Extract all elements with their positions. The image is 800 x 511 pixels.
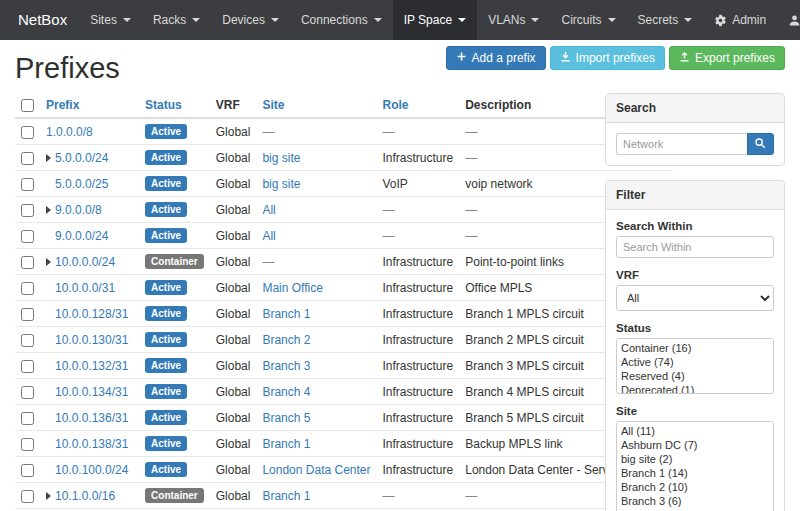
profile-menu-item[interactable]: Profile <box>777 0 800 40</box>
column-header-role[interactable]: Role <box>377 93 460 118</box>
role-cell: Infrastructure <box>377 405 460 431</box>
filter-option[interactable]: Reserved (4) <box>619 369 771 383</box>
row-checkbox[interactable] <box>21 282 34 295</box>
vrf-cell: Global <box>210 249 257 275</box>
nav-menu-item-vlans[interactable]: VLANs <box>477 0 550 40</box>
filter-option[interactable]: Branch 1 (14) <box>619 466 771 480</box>
filter-option[interactable]: Ashburn DC (7) <box>619 438 771 452</box>
prefix-link[interactable]: 10.0.0.0/24 <box>55 255 115 269</box>
row-checkbox[interactable] <box>21 152 34 165</box>
table-row: 10.0.100.0/24 Active Global London Data … <box>15 457 673 483</box>
row-checkbox[interactable] <box>21 412 34 425</box>
role-cell: — <box>377 197 460 223</box>
search-within-input[interactable] <box>616 236 774 258</box>
nav-menu-item-racks[interactable]: Racks <box>142 0 211 40</box>
row-checkbox[interactable] <box>21 334 34 347</box>
prefix-link[interactable]: 9.0.0.0/24 <box>55 229 108 243</box>
prefix-link[interactable]: 10.0.0.134/31 <box>55 385 128 399</box>
nav-menu-item-ip-space[interactable]: IP Space <box>393 0 477 40</box>
site-link[interactable]: big site <box>262 151 300 165</box>
expand-arrow-icon <box>46 258 51 266</box>
vrf-cell: Global <box>210 379 257 405</box>
filter-option[interactable]: All (11) <box>619 424 771 438</box>
import-prefixes-button[interactable]: Import prefixes <box>550 46 665 70</box>
site-filter-select[interactable]: All (11)Ashburn DC (7)big site (2)Branch… <box>616 421 774 511</box>
column-header-prefix[interactable]: Prefix <box>40 93 139 118</box>
table-row: 10.0.0.128/31 Active Global Branch 1 Inf… <box>15 301 673 327</box>
select-all-checkbox[interactable] <box>21 99 34 112</box>
export-prefixes-button-label: Export prefixes <box>695 51 775 65</box>
export-prefixes-button[interactable]: Export prefixes <box>669 46 785 70</box>
filter-option[interactable]: Branch 2 (10) <box>619 480 771 494</box>
app-logo[interactable]: NetBox <box>6 0 79 40</box>
column-header-site[interactable]: Site <box>256 93 376 118</box>
site-link[interactable]: London Data Center <box>262 463 370 477</box>
prefix-link[interactable]: 10.0.0.136/31 <box>55 411 128 425</box>
vrf-cell: Global <box>210 483 257 509</box>
prefix-link[interactable]: 1.0.0.0/8 <box>46 125 93 139</box>
add-prefix-button[interactable]: Add a prefix <box>446 46 546 70</box>
table-row: 10.0.0.0/24 Container Global — Infrastru… <box>15 249 673 275</box>
table-row: 10.0.0.136/31 Active Global Branch 5 Inf… <box>15 405 673 431</box>
filter-option[interactable]: Branch 3 (6) <box>619 494 771 508</box>
role-cell: Infrastructure <box>377 301 460 327</box>
column-header-status[interactable]: Status <box>139 93 210 118</box>
row-checkbox[interactable] <box>21 126 34 139</box>
table-row: 9.0.0.0/24 Active Global All — — <box>15 223 673 249</box>
row-checkbox[interactable] <box>21 256 34 269</box>
prefix-link[interactable]: 10.0.0.130/31 <box>55 333 128 347</box>
prefix-link[interactable]: 10.1.0.0/16 <box>55 489 115 503</box>
site-link[interactable]: Branch 1 <box>262 437 310 451</box>
search-input[interactable] <box>616 133 747 155</box>
row-checkbox[interactable] <box>21 386 34 399</box>
search-button[interactable] <box>747 133 774 155</box>
row-checkbox[interactable] <box>21 360 34 373</box>
row-checkbox[interactable] <box>21 204 34 217</box>
role-cell: Infrastructure <box>377 249 460 275</box>
prefix-link[interactable]: 10.0.0.128/31 <box>55 307 128 321</box>
status-filter-select[interactable]: Container (16)Active (74)Reserved (4)Dep… <box>616 338 774 394</box>
status-badge: Active <box>145 436 187 451</box>
nav-menu-item-circuits[interactable]: Circuits <box>550 0 626 40</box>
prefix-link[interactable]: 5.0.0.0/25 <box>55 177 108 191</box>
prefix-link[interactable]: 10.0.0.0/31 <box>55 281 115 295</box>
row-checkbox[interactable] <box>21 490 34 503</box>
site-link[interactable]: big site <box>262 177 300 191</box>
status-badge: Active <box>145 306 187 321</box>
prefix-link[interactable]: 5.0.0.0/24 <box>55 151 108 165</box>
row-checkbox[interactable] <box>21 438 34 451</box>
row-checkbox[interactable] <box>21 178 34 191</box>
prefix-link[interactable]: 10.0.0.138/31 <box>55 437 128 451</box>
filter-option[interactable]: big site (2) <box>619 452 771 466</box>
site-link[interactable]: Branch 3 <box>262 359 310 373</box>
site-link[interactable]: Branch 4 <box>262 385 310 399</box>
site-link[interactable]: Branch 2 <box>262 333 310 347</box>
prefix-link[interactable]: 9.0.0.0/8 <box>55 203 102 217</box>
nav-menu-item-sites[interactable]: Sites <box>79 0 142 40</box>
nav-menu-item-devices[interactable]: Devices <box>211 0 290 40</box>
status-badge: Active <box>145 202 187 217</box>
chevron-down-icon <box>684 18 692 22</box>
filter-option[interactable]: Deprecated (1) <box>619 383 771 394</box>
row-checkbox[interactable] <box>21 308 34 321</box>
nav-menu-item-connections[interactable]: Connections <box>290 0 393 40</box>
filter-option[interactable]: Container (16) <box>619 341 771 355</box>
site-link[interactable]: All <box>262 229 275 243</box>
row-checkbox[interactable] <box>21 464 34 477</box>
vrf-cell: Global <box>210 301 257 327</box>
admin-menu-item[interactable]: Admin <box>703 0 777 40</box>
site-link[interactable]: All <box>262 203 275 217</box>
primary-nav: Sites Racks Devices Connections IP Space… <box>79 0 703 40</box>
filter-option[interactable]: Active (74) <box>619 355 771 369</box>
site-link[interactable]: Branch 1 <box>262 489 310 503</box>
site-link[interactable]: Main Office <box>262 281 322 295</box>
vrf-filter-select[interactable]: All <box>616 285 774 311</box>
site-link[interactable]: Branch 1 <box>262 307 310 321</box>
prefix-link[interactable]: 10.0.0.132/31 <box>55 359 128 373</box>
nav-menu-item-secrets[interactable]: Secrets <box>627 0 704 40</box>
row-checkbox[interactable] <box>21 230 34 243</box>
nav-menu-item-label: VLANs <box>488 13 525 27</box>
site-link[interactable]: Branch 5 <box>262 411 310 425</box>
status-badge: Container <box>145 254 204 269</box>
prefix-link[interactable]: 10.0.100.0/24 <box>55 463 128 477</box>
